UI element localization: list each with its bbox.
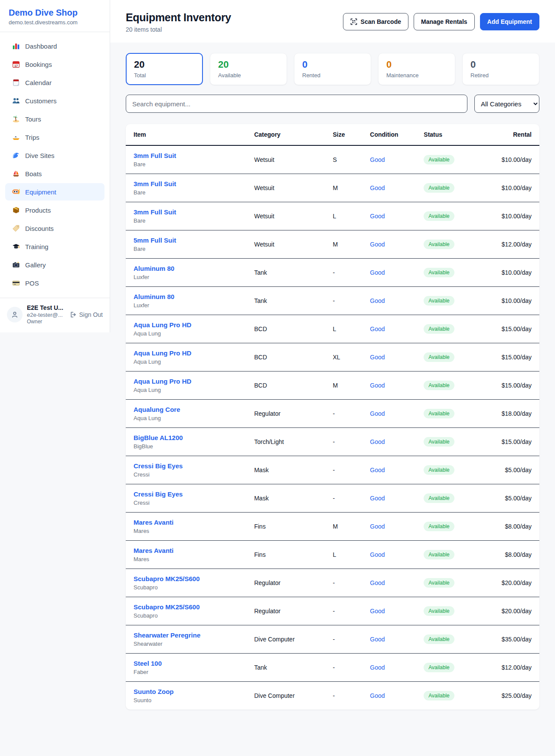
item-name-link[interactable]: 3mm Full Suit <box>134 152 245 159</box>
item-condition-link[interactable]: Good <box>370 184 385 191</box>
item-condition-link[interactable]: Good <box>370 608 385 615</box>
item-condition-link[interactable]: Good <box>370 523 385 530</box>
equipment-table: Item Category Size Condition Status Rent… <box>126 124 539 710</box>
sidebar-item[interactable]: Training <box>5 238 104 255</box>
col-status: Status <box>419 124 481 145</box>
item-brand: Luxfer <box>134 302 245 309</box>
item-name-link[interactable]: BigBlue AL1200 <box>134 434 245 441</box>
stats-row: 20 Total 20 Available 0 Rented 0 Mainten… <box>126 53 539 85</box>
table-row: Suunto Zoop Suunto Dive Computer - Good … <box>126 682 539 710</box>
sidebar-item[interactable]: Customers <box>5 92 104 109</box>
stat-card[interactable]: 20 Total <box>126 53 203 85</box>
status-badge: Available <box>424 550 454 559</box>
sidebar-item[interactable]: Products <box>5 201 104 219</box>
item-category: Tank <box>250 287 328 315</box>
bookings-calendar-icon: 17 <box>12 60 20 68</box>
item-name-link[interactable]: Aqua Lung Pro HD <box>134 349 245 357</box>
item-condition-link[interactable]: Good <box>370 269 385 276</box>
item-brand: Mares <box>134 528 245 534</box>
item-size: - <box>328 569 366 597</box>
item-name-link[interactable]: Mares Avanti <box>134 519 245 526</box>
status-badge: Available <box>424 352 454 362</box>
item-category: BCD <box>250 343 328 371</box>
item-category: Wetsuit <box>250 202 328 230</box>
search-input[interactable] <box>126 95 467 113</box>
manage-rentals-label: Manage Rentals <box>421 18 467 25</box>
sidebar-item-label: Customers <box>25 97 57 105</box>
item-name-link[interactable]: Cressi Big Eyes <box>134 490 245 498</box>
equipment-dive-mask-icon <box>12 188 20 196</box>
item-name-link[interactable]: Steel 100 <box>134 660 245 667</box>
item-name-link[interactable]: Cressi Big Eyes <box>134 462 245 470</box>
table-body: 3mm Full Suit Bare Wetsuit S Good Availa… <box>126 145 539 710</box>
stat-card[interactable]: 0 Retired <box>462 53 539 85</box>
sidebar-item[interactable]: Boats <box>5 165 104 182</box>
item-condition-link[interactable]: Good <box>370 382 385 389</box>
sidebar-item-label: Equipment <box>25 188 56 196</box>
sidebar-item[interactable]: Gallery <box>5 256 104 273</box>
item-name-link[interactable]: Scubapro MK25/S600 <box>134 603 245 611</box>
item-rental: $20.00/day <box>481 569 539 597</box>
brand-name[interactable]: Demo Dive Shop <box>9 8 101 18</box>
item-name-link[interactable]: Mares Avanti <box>134 547 245 554</box>
item-condition-link[interactable]: Good <box>370 213 385 220</box>
stat-card[interactable]: 0 Maintenance <box>378 53 455 85</box>
add-equipment-button[interactable]: Add Equipment <box>480 13 539 30</box>
item-name-link[interactable]: 5mm Full Suit <box>134 237 245 244</box>
sidebar-item[interactable]: Calendar <box>5 74 104 91</box>
item-name-link[interactable]: Scubapro MK25/S600 <box>134 575 245 582</box>
item-size: S <box>328 145 366 174</box>
item-condition-link[interactable]: Good <box>370 297 385 304</box>
item-condition-link[interactable]: Good <box>370 692 385 699</box>
item-condition-link[interactable]: Good <box>370 438 385 445</box>
item-name-link[interactable]: 3mm Full Suit <box>134 180 245 187</box>
item-name-link[interactable]: Aluminum 80 <box>134 265 245 272</box>
item-name-link[interactable]: Aqua Lung Pro HD <box>134 321 245 329</box>
item-rental: $15.00/day <box>481 428 539 456</box>
table-row: BigBlue AL1200 BigBlue Torch/Light - Goo… <box>126 428 539 456</box>
item-name-link[interactable]: Shearwater Peregrine <box>134 631 245 639</box>
sign-out-button[interactable]: Sign Out <box>70 311 103 318</box>
user-meta: E2E Test U... e2e-tester@... Owner <box>27 304 65 325</box>
item-condition-link[interactable]: Good <box>370 241 385 248</box>
item-brand: Cressi <box>134 471 245 478</box>
item-name-link[interactable]: 3mm Full Suit <box>134 208 245 216</box>
item-condition-link[interactable]: Good <box>370 354 385 361</box>
item-name-link[interactable]: Suunto Zoop <box>134 688 245 695</box>
stat-value: 20 <box>134 59 195 70</box>
header-actions: Scan Barcode Manage Rentals Add Equipmen… <box>343 11 539 30</box>
item-condition-link[interactable]: Good <box>370 495 385 502</box>
item-size: - <box>328 456 366 484</box>
item-condition-link[interactable]: Good <box>370 467 385 473</box>
sidebar-item[interactable]: 17 Bookings <box>5 56 104 73</box>
item-name-link[interactable]: Aqualung Core <box>134 406 245 413</box>
item-name-link[interactable]: Aqua Lung Pro HD <box>134 378 245 385</box>
item-condition-link[interactable]: Good <box>370 636 385 643</box>
sidebar-item[interactable]: POS <box>5 274 104 292</box>
manage-rentals-button[interactable]: Manage Rentals <box>414 13 475 30</box>
page-heading: Equipment Inventory 20 items total <box>126 11 231 33</box>
item-condition-link[interactable]: Good <box>370 664 385 671</box>
item-condition-link[interactable]: Good <box>370 156 385 163</box>
item-condition-link[interactable]: Good <box>370 551 385 558</box>
item-name-link[interactable]: Aluminum 80 <box>134 293 245 300</box>
table-row: Shearwater Peregrine Shearwater Dive Com… <box>126 625 539 654</box>
scan-barcode-button[interactable]: Scan Barcode <box>343 13 408 30</box>
sidebar-item[interactable]: Dashboard <box>5 37 104 55</box>
item-condition-link[interactable]: Good <box>370 579 385 586</box>
sidebar-item[interactable]: Discounts <box>5 220 104 237</box>
item-brand: Suunto <box>134 697 245 703</box>
item-condition-link[interactable]: Good <box>370 410 385 417</box>
table-row: Mares Avanti Mares Fins L Good Available… <box>126 541 539 569</box>
sidebar-item[interactable]: Tours <box>5 110 104 128</box>
sidebar-item-label: Tours <box>25 115 41 123</box>
stat-card[interactable]: 20 Available <box>210 53 287 85</box>
sidebar-item[interactable]: Dive Sites <box>5 147 104 164</box>
item-brand: Bare <box>134 217 245 224</box>
item-condition-link[interactable]: Good <box>370 325 385 332</box>
sidebar-item[interactable]: Trips <box>5 128 104 146</box>
stat-label: Total <box>134 72 195 79</box>
sidebar-item[interactable]: Equipment <box>5 183 104 201</box>
stat-card[interactable]: 0 Rented <box>294 53 371 85</box>
category-select[interactable]: All Categories <box>474 95 539 113</box>
